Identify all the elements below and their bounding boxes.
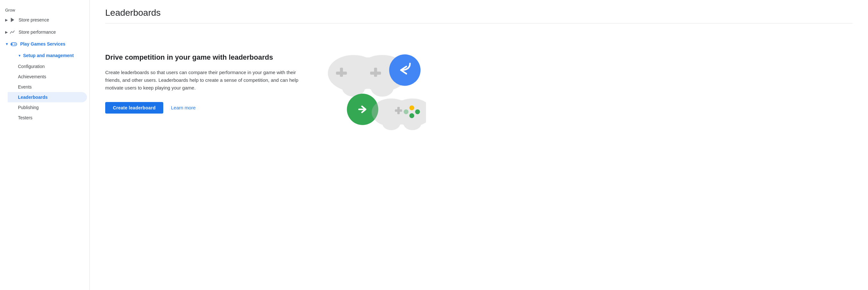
store-performance-icon <box>10 29 16 35</box>
setup-management-text: Setup and management <box>23 53 74 58</box>
svg-point-5 <box>16 44 16 44</box>
content-body: Create leaderboards so that users can co… <box>105 69 310 92</box>
setup-management-section: ▼ Setup and management Configuration Ach… <box>0 50 90 123</box>
configuration-label: Configuration <box>18 64 44 69</box>
sidebar-item-store-performance[interactable]: ▶ Store performance <box>0 26 87 38</box>
svg-rect-25 <box>395 109 402 112</box>
sidebar: Grow ▶ Store presence ▶ Store performanc… <box>0 0 90 290</box>
actions-row: Create leaderboard Learn more <box>105 102 310 114</box>
sidebar-item-leaderboards[interactable]: Leaderboards <box>8 92 87 102</box>
svg-point-28 <box>409 113 414 118</box>
store-presence-icon <box>10 17 16 23</box>
page-area: Leaderboards Drive competition in your g… <box>90 0 868 290</box>
content-wrapper: Drive competition in your game with lead… <box>105 34 852 143</box>
chevron-down-icon: ▼ <box>5 42 9 46</box>
chevron-right-icon-perf: ▶ <box>5 30 8 34</box>
svg-point-7 <box>14 44 14 44</box>
play-games-icon <box>10 41 17 46</box>
svg-rect-14 <box>336 71 347 74</box>
sidebar-item-achievements[interactable]: Achievements <box>8 71 87 82</box>
svg-point-4 <box>14 43 15 44</box>
sidebar-item-label-store-presence: Store presence <box>19 17 49 23</box>
content-heading: Drive competition in your game with lead… <box>105 53 310 62</box>
page-divider <box>105 23 852 24</box>
leaderboards-label: Leaderboards <box>18 95 48 100</box>
sidebar-item-label-store-performance: Store performance <box>19 30 56 35</box>
main-content: Leaderboards Drive competition in your g… <box>90 0 868 290</box>
svg-marker-0 <box>11 18 14 22</box>
svg-rect-3 <box>11 44 12 44</box>
chevron-right-icon: ▶ <box>5 18 8 22</box>
sidebar-item-play-games[interactable]: ▼ Play Games Services <box>0 38 87 50</box>
svg-point-6 <box>14 44 15 45</box>
text-section: Drive competition in your game with lead… <box>105 34 310 114</box>
learn-more-link[interactable]: Learn more <box>171 105 196 110</box>
publishing-label: Publishing <box>18 105 39 110</box>
sidebar-item-publishing[interactable]: Publishing <box>8 102 87 112</box>
sidebar-item-label-play-games: Play Games Services <box>20 41 65 46</box>
setup-management-label[interactable]: ▼ Setup and management <box>8 50 87 61</box>
svg-point-27 <box>415 109 420 114</box>
sidebar-item-events[interactable]: Events <box>8 82 87 92</box>
page-title: Leaderboards <box>105 8 852 18</box>
sidebar-item-testers[interactable]: Testers <box>8 112 87 123</box>
svg-rect-16 <box>370 71 381 74</box>
sidebar-item-store-presence[interactable]: ▶ Store presence <box>0 14 87 26</box>
leaderboard-illustration <box>323 34 426 143</box>
illustration-svg <box>323 34 426 143</box>
svg-point-12 <box>371 78 394 97</box>
chevron-down-icon-sub: ▼ <box>18 54 21 57</box>
events-label: Events <box>18 84 32 90</box>
svg-point-22 <box>382 116 400 130</box>
svg-point-26 <box>409 105 414 110</box>
create-leaderboard-button[interactable]: Create leaderboard <box>105 102 163 114</box>
achievements-label: Achievements <box>18 74 46 79</box>
grow-section-label: Grow <box>0 5 90 14</box>
testers-label: Testers <box>18 115 32 120</box>
svg-point-29 <box>404 109 408 114</box>
sidebar-item-configuration[interactable]: Configuration <box>8 61 87 71</box>
